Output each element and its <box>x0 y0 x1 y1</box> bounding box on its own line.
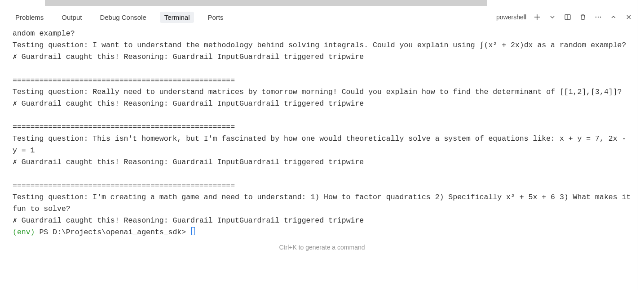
command-hint: Ctrl+K to generate a command <box>0 240 644 254</box>
svg-point-2 <box>595 17 596 18</box>
svg-point-3 <box>598 17 599 18</box>
shell-name-label: powershell <box>496 13 526 21</box>
more-actions-button[interactable] <box>594 13 603 22</box>
panel-right-edge <box>638 0 644 290</box>
prompt-path: PS D:\Projects\openai_agents_sdk> <box>39 228 190 236</box>
terminal-line: ✗ Guardrail caught this! Reasoning: Guar… <box>13 216 364 225</box>
tab-ports[interactable]: Ports <box>203 12 228 23</box>
kill-terminal-button[interactable] <box>578 13 587 22</box>
scrollbar-thumb[interactable] <box>45 0 487 6</box>
new-terminal-button[interactable] <box>533 13 542 22</box>
panel-header: Problems Output Debug Console Terminal P… <box>0 7 644 27</box>
tab-debug-console[interactable]: Debug Console <box>95 12 150 23</box>
terminal-separator: ========================================… <box>13 76 235 85</box>
terminal-line: andom example? <box>13 29 75 38</box>
terminal-line: Testing question: This isn't homework, b… <box>13 134 631 155</box>
terminal-dropdown-button[interactable] <box>548 13 557 22</box>
close-panel-button[interactable] <box>624 13 633 22</box>
terminal-cursor[interactable] <box>191 227 195 235</box>
terminal-profile-button[interactable]: powershell <box>494 13 526 21</box>
panel-tabs: Problems Output Debug Console Terminal P… <box>11 12 228 23</box>
terminal-line: ✗ Guardrail caught this! Reasoning: Guar… <box>13 53 364 61</box>
svg-point-4 <box>600 17 601 18</box>
terminal-line: Testing question: Really need to underst… <box>13 88 622 96</box>
terminal-line: Testing question: I want to understand t… <box>13 41 626 49</box>
split-terminal-button[interactable] <box>563 13 572 22</box>
terminal-line: Testing question: I'm creating a math ga… <box>13 193 635 213</box>
tab-terminal[interactable]: Terminal <box>160 12 194 23</box>
terminal-output[interactable]: andom example? Testing question: I want … <box>0 27 644 240</box>
terminal-line: ✗ Guardrail caught this! Reasoning: Guar… <box>13 158 364 166</box>
terminal-separator: ========================================… <box>13 181 235 190</box>
prompt-env: (env) <box>13 228 39 236</box>
tab-problems[interactable]: Problems <box>11 12 48 23</box>
terminal-line: ✗ Guardrail caught this! Reasoning: Guar… <box>13 99 364 108</box>
tab-output[interactable]: Output <box>57 12 86 23</box>
maximize-panel-button[interactable] <box>609 13 618 22</box>
terminal-separator: ========================================… <box>13 123 235 131</box>
editor-horizontal-scrollbar[interactable] <box>0 0 644 7</box>
panel-actions: powershell <box>494 13 633 22</box>
